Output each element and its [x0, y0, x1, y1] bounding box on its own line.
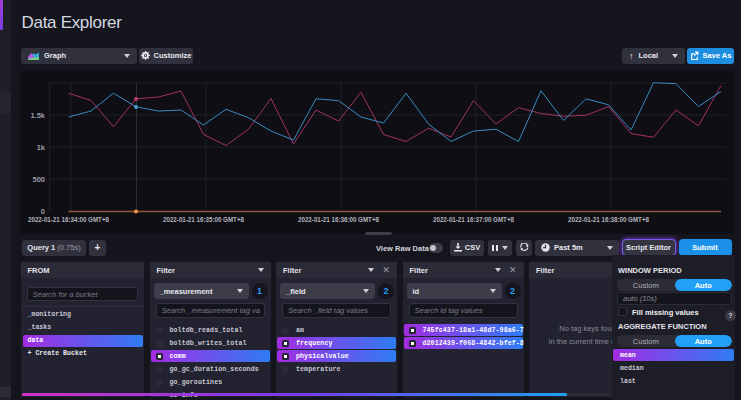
svg-text:0: 0 [41, 207, 45, 216]
svg-text:1.5k: 1.5k [30, 111, 45, 120]
svg-text:2022-01-21 16:36:00 GMT+8: 2022-01-21 16:36:00 GMT+8 [298, 216, 379, 223]
svg-text:2022-01-21 16:34:00 GMT+8: 2022-01-21 16:34:00 GMT+8 [28, 216, 109, 223]
svg-text:500: 500 [32, 175, 45, 184]
svg-text:2022-01-21 16:35:00 GMT+8: 2022-01-21 16:35:00 GMT+8 [163, 216, 244, 223]
svg-text:1k: 1k [37, 143, 46, 152]
svg-text:2022-01-21 16:38:00 GMT+8: 2022-01-21 16:38:00 GMT+8 [568, 216, 649, 223]
svg-text:2022-01-21 16:37:00 GMT+8: 2022-01-21 16:37:00 GMT+8 [433, 216, 514, 223]
